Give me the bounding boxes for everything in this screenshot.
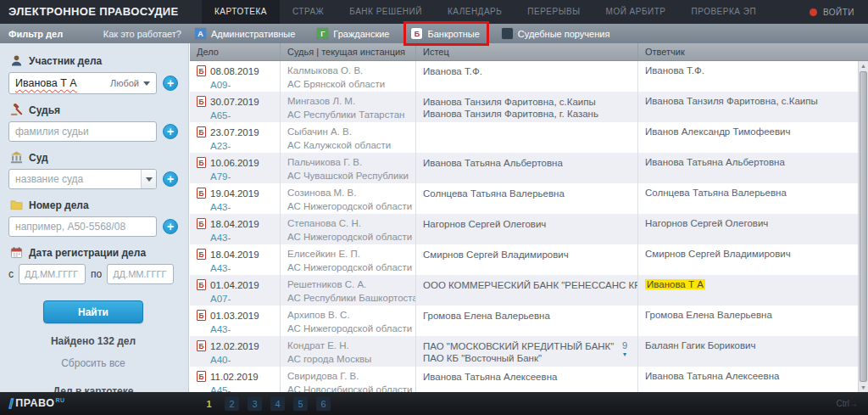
folder-icon	[10, 199, 23, 211]
case-line: Б23.07.2019	[197, 126, 273, 137]
date-from-label: с	[8, 268, 14, 280]
nav-item-proverka-ep[interactable]: ПРОВЕРКА ЭП	[679, 0, 770, 24]
page-button-2[interactable]: 2	[225, 396, 239, 411]
court-label: Суд	[29, 152, 48, 164]
filter-title: Фильтр дел	[8, 29, 63, 39]
judge-cell: Решетников С. А.АС Республики Башкортост…	[281, 275, 416, 306]
page-button-1[interactable]: 1	[202, 396, 216, 411]
add-case-number-button[interactable]: +	[163, 219, 178, 234]
case-number-link[interactable]: А23-5942/2019	[210, 141, 273, 153]
more-participants-badge[interactable]: 9▾	[622, 342, 627, 358]
case-date: 19.04.2019	[210, 188, 259, 199]
case-number-link[interactable]: А09-8232/2019	[210, 80, 273, 92]
add-participant-button[interactable]: +	[163, 76, 178, 91]
court-name: АС Республики Татарстан	[287, 109, 409, 120]
search-button[interactable]: Найти	[43, 300, 143, 323]
bankruptcy-case-icon: Б	[197, 126, 206, 137]
bankruptcy-case-icon: Б	[197, 157, 206, 168]
gavel-icon	[10, 104, 23, 116]
case-date: 18.04.2019	[210, 219, 259, 229]
page-button-6[interactable]: 6	[316, 396, 331, 411]
scrollbar-up-arrow[interactable]: ▲	[859, 61, 868, 70]
case-line: Б10.06.2019	[197, 157, 273, 168]
tab-court-orders[interactable]: Судебные поручения	[502, 28, 610, 39]
nav-item-kalendar[interactable]: КАЛЕНДАРЬ	[435, 0, 515, 24]
defendant-cell: Солнцева Татьяна Валерьевна	[638, 183, 858, 214]
column-header-plaintiff: Истец	[416, 43, 638, 60]
add-court-button[interactable]: +	[163, 171, 178, 187]
judge-name: Степанова С. Н.	[287, 218, 409, 228]
court-select-arrow[interactable]	[141, 170, 156, 188]
case-number-link[interactable]: А65-22737/2019	[210, 110, 273, 122]
tab-civil[interactable]: ГГражданские	[317, 28, 389, 39]
defendant-cell: Иванова Т.Ф.	[638, 61, 858, 92]
table-row: Б23.07.2019А23-5942/2019Сыбачин А. В.АС …	[190, 122, 858, 153]
bankruptcy-case-icon: Б	[197, 65, 206, 76]
date-to-input[interactable]	[107, 264, 174, 284]
case-number-link[interactable]: А43-16430/2019	[210, 263, 273, 275]
nav-item-bank-resheniy[interactable]: БАНК РЕШЕНИЙ	[337, 0, 435, 24]
tab-administrative[interactable]: ААдминистративные	[195, 28, 295, 39]
nav-item-kartoteka[interactable]: КАРТОТЕКА	[202, 0, 280, 24]
case-line: Б01.04.2019	[197, 279, 273, 290]
participant-value: Иванова Т А	[15, 77, 77, 89]
bankruptcy-case-icon: Б	[197, 310, 206, 321]
participant-role-dropdown[interactable]: Любой	[110, 78, 150, 88]
nav-item-pereryvy[interactable]: ПЕРЕРЫВЫ	[515, 0, 593, 24]
page-button-3[interactable]: 3	[248, 396, 262, 411]
case-number-link[interactable]: А79-6571/2019	[210, 171, 273, 183]
defendant-name: Балаян Гагик Борикович	[645, 340, 756, 351]
date-from-input[interactable]	[19, 264, 86, 284]
scrollbar-thumb[interactable]	[860, 71, 867, 382]
add-judge-button[interactable]: +	[163, 124, 178, 139]
table-scrollbar[interactable]: ▲ ▼	[858, 61, 868, 392]
table-row: Б19.04.2019А43-16638/2019Созинова М. В.А…	[190, 183, 858, 214]
defendant-name: Солнцева Татьяна Валерьевна	[645, 188, 787, 198]
case-number-link[interactable]: А07-10026/2019	[210, 294, 273, 306]
pravo-logo-text: ПРАВОRU	[15, 397, 64, 409]
page-button-4[interactable]: 4	[270, 396, 285, 411]
nav-item-strazh[interactable]: СТРАЖ	[280, 0, 337, 24]
defendant-name: Иванова Т.Ф.	[645, 65, 704, 76]
how-it-works-link[interactable]: Как это работает?	[103, 29, 181, 39]
tab-bankruptcy[interactable]: ББанкротные	[411, 28, 479, 39]
scrollbar-down-arrow[interactable]: ▼	[859, 383, 868, 392]
judge-name: Сыбачин А. В.	[287, 126, 409, 137]
plaintiff-name: Иванова Татьяна Алексеевна	[423, 371, 631, 383]
case-number-link[interactable]: А43-8900/2019	[210, 324, 273, 336]
case-number-link[interactable]: А40-32986/2019	[210, 355, 273, 367]
court-select[interactable]: название суда	[8, 169, 157, 189]
judge-input[interactable]	[8, 121, 157, 142]
table-row: Б18.04.2019А43-16430/2019Елисейкин Е. П.…	[190, 244, 858, 275]
nav-item-moy-arbitr[interactable]: МОЙ АРБИТР	[593, 0, 679, 24]
plaintiff-name: Смирнов Сергей Владимирович	[423, 249, 631, 261]
page-button-5[interactable]: 5	[293, 396, 308, 411]
plaintiff-cell: ПАО "МОСКОВСКИЙ КРЕДИТНЫЙ БАНК"ПАО КБ "В…	[416, 336, 638, 367]
plaintiff-name: Солнцева Татьяна Валерьевна	[423, 188, 631, 199]
case-date: 08.08.2019	[210, 66, 259, 76]
table-row: Б01.03.2019А43-8900/2019Архипов В. С.АС …	[190, 306, 858, 336]
top-bar: ЭЛЕКТРОННОЕ ПРАВОСУДИЕ КАРТОТЕКАСТРАЖБАН…	[0, 0, 868, 24]
plaintiff-name: Иванова Татьяна Альбертовна	[423, 157, 631, 169]
table-row: Б08.08.2019А09-8232/2019Калмыкова О. В.А…	[190, 61, 858, 92]
case-date: 10.06.2019	[210, 158, 259, 168]
participant-role-value: Любой	[110, 78, 139, 88]
table-row: Б30.07.2019А65-22737/2019Мингазов Л. М.А…	[190, 92, 858, 122]
case-number-link[interactable]: А43-16638/2019	[210, 202, 273, 214]
judge-name: Архипов В. С.	[287, 310, 409, 320]
court-label-row: Суд	[10, 151, 178, 164]
reset-all-link[interactable]: Сбросить все	[8, 357, 178, 369]
case-number-input[interactable]	[8, 216, 157, 237]
defendant-cell: Иванова Танзиля Фаритовна, с.Каипы	[638, 92, 858, 122]
participant-input[interactable]: Иванова Т А Любой	[8, 72, 157, 94]
login-button[interactable]: ВОЙТИ	[810, 0, 868, 24]
judge-label-row: Судья	[10, 104, 178, 116]
case-cell: Б19.04.2019А43-16638/2019	[190, 183, 281, 214]
judge-cell: Елисейкин Е. П.АС Нижегородской области	[281, 244, 416, 275]
court-input-row: название суда +	[8, 169, 178, 189]
column-header-judge: Судья | текущая инстанция	[281, 43, 416, 60]
login-status-icon	[810, 8, 817, 16]
tab-court-orders-label: Судебные поручения	[518, 29, 610, 39]
case-number-link[interactable]: А43-16534/2019	[210, 233, 273, 244]
case-cell: Б23.07.2019А23-5942/2019	[190, 122, 281, 153]
